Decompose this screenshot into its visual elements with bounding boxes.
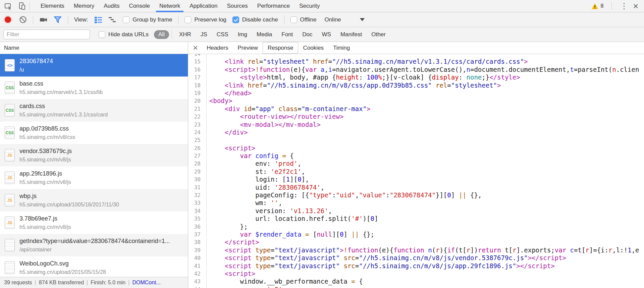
request-name: 2830678474 — [19, 58, 53, 65]
request-row[interactable]: CSSapp.0d739b85.cssh5.sinaimg.cn/m/v8/cs… — [0, 122, 188, 144]
details-tab-response[interactable]: Response — [263, 42, 299, 54]
code-line: 34 version: 'v1.13.26', — [188, 207, 644, 215]
tab-performance[interactable]: Performance — [253, 0, 294, 12]
file-icon-js: JS — [5, 194, 15, 206]
filter-funnel-icon[interactable] — [54, 16, 62, 23]
filter-pill-css[interactable]: CSS — [212, 30, 233, 39]
clear-network-log-button[interactable] — [19, 16, 27, 23]
request-row[interactable]: CSScards.cssh5.sinaimg.cn/marvel/v1.3.1/… — [0, 99, 188, 122]
details-tab-preview[interactable]: Preview — [233, 42, 262, 54]
warnings-badge[interactable]: 8 — [591, 3, 603, 9]
filter-pill-manifest[interactable]: Manifest — [336, 30, 366, 39]
tab-console[interactable]: Console — [124, 0, 155, 12]
tab-sources[interactable]: Sources — [222, 0, 252, 12]
checkbox-box[interactable] — [290, 16, 297, 23]
line-number: 38 — [188, 238, 204, 246]
request-path: h5.sinaimg.cn/m/v8/js — [19, 179, 71, 185]
tab-audits[interactable]: Audits — [99, 0, 124, 12]
code-line: 39 <script type="text/javascript">!funct… — [188, 246, 644, 254]
request-row[interactable]: <>2830678474/u — [0, 54, 188, 77]
request-row[interactable]: JSvendor.5387679c.jsh5.sinaimg.cn/m/v8/j… — [0, 144, 188, 166]
filter-pill-img[interactable]: Img — [233, 30, 252, 39]
filter-pill-all[interactable]: All — [154, 30, 169, 39]
code-line: 27 var config = { — [188, 152, 644, 160]
request-row-text: vendor.5387679c.jsh5.sinaimg.cn/m/v8/js — [19, 148, 72, 163]
filter-pill-doc[interactable]: Doc — [298, 30, 317, 39]
code-line: 41 <script type="text/javascript" src="/… — [188, 262, 644, 270]
checkbox-box[interactable] — [184, 16, 191, 23]
network-toolbar: View: Group by frame Preserve log — [0, 12, 644, 27]
code-line: 16 <script>!function(e){var a,i=navigato… — [188, 66, 644, 74]
tab-application[interactable]: Application — [185, 0, 222, 12]
network-summary-bar: 39 requests|874 KB transferred|Finish: 5… — [0, 277, 188, 288]
request-path: h5.sinaimg.cn/marvel/v1.3.1/css/card — [19, 112, 108, 118]
group-by-frame-checkbox[interactable]: Group by frame — [123, 16, 172, 23]
checkbox-box[interactable] — [123, 16, 129, 23]
file-icon-css: CSS — [5, 104, 15, 116]
request-row-text: app.29fc1896.jsh5.sinaimg.cn/m/v8/js — [19, 170, 71, 185]
resource-type-filters: AllXHRJSCSSImgMediaFontDocWSManifestOthe… — [154, 30, 390, 39]
throttling-select[interactable]: Online — [324, 16, 341, 23]
line-content: </div> — [204, 129, 248, 136]
tab-memory[interactable]: Memory — [69, 0, 99, 12]
file-icon-js: JS — [5, 172, 15, 184]
large-request-rows-icon[interactable] — [94, 16, 102, 23]
hide-data-urls-checkbox[interactable]: Hide data URLs — [99, 31, 149, 38]
line-content: env: 'prod', — [204, 160, 302, 167]
request-path: h5.sinaimg.cn/m/v8/js — [19, 157, 72, 163]
device-toolbar-icon[interactable] — [17, 2, 26, 10]
close-devtools-icon[interactable]: ✕ — [633, 3, 639, 10]
request-details-panel: × HeadersPreviewResponseCookiesTiming 14… — [188, 42, 644, 288]
filter-pill-other[interactable]: Other — [367, 30, 390, 39]
devtools-tabbar: ElementsMemoryAuditsConsoleNetworkApplic… — [0, 0, 644, 12]
filter-pill-font[interactable]: Font — [277, 30, 297, 39]
details-tab-headers[interactable]: Headers — [202, 42, 233, 54]
checkbox-box[interactable] — [232, 16, 239, 23]
camera-icon[interactable] — [39, 16, 48, 24]
inspect-element-icon[interactable] — [4, 2, 13, 10]
details-tab-cookies[interactable]: Cookies — [298, 42, 328, 54]
disable-cache-checkbox[interactable]: Disable cache — [232, 16, 278, 23]
divider: | — [128, 280, 129, 286]
close-details-icon[interactable]: × — [188, 42, 202, 54]
checkbox-box[interactable] — [99, 31, 105, 38]
filter-pill-media[interactable]: Media — [252, 30, 276, 39]
divider — [172, 31, 172, 39]
kebab-menu-icon[interactable]: ⋮ — [620, 2, 628, 10]
request-row[interactable]: WeiboLogoCh.svgh5.sinaimg.cn/upload/2015… — [0, 256, 188, 277]
line-number: 21 — [188, 105, 204, 113]
filter-pill-ws[interactable]: WS — [318, 30, 335, 39]
code-line: 43 window.__wb_performance_data = { — [188, 278, 644, 285]
details-tabbar: × HeadersPreviewResponseCookiesTiming — [188, 42, 644, 54]
name-column-header[interactable]: Name — [0, 42, 188, 54]
line-content — [204, 54, 209, 58]
request-row[interactable]: CSSbase.cssh5.sinaimg.cn/marvel/v1.3.1/c… — [0, 77, 188, 99]
preserve-log-checkbox[interactable]: Preserve log — [184, 16, 226, 23]
details-tab-timing[interactable]: Timing — [328, 42, 355, 54]
response-code-view[interactable]: 1415 <link rel="stylesheet" href="//h5.s… — [188, 54, 644, 288]
code-line: 15 <link rel="stylesheet" href="//h5.sin… — [188, 58, 644, 65]
line-content: <div id="app" class="m-container-max"> — [204, 105, 371, 113]
filter-pill-js[interactable]: JS — [196, 30, 212, 39]
request-row[interactable]: JS3.78b69ee7.jsh5.sinaimg.cn/m/v8/js — [0, 211, 188, 234]
record-network-log-button[interactable] — [5, 16, 11, 23]
request-row[interactable]: JSapp.29fc1896.jsh5.sinaimg.cn/m/v8/js — [0, 166, 188, 189]
line-number: 36 — [188, 223, 204, 231]
code-line: 18 <link href="//h5.sinaimg.cn/m/v8/css/… — [188, 82, 644, 89]
filter-input[interactable] — [3, 30, 90, 39]
summary-item: 874 KB transferred — [39, 280, 84, 286]
checkbox-label: Disable cache — [242, 16, 278, 23]
line-number: 14 — [188, 54, 204, 58]
tab-security[interactable]: Security — [294, 0, 324, 12]
offline-checkbox[interactable]: Offline — [290, 16, 317, 23]
code-line: 40 <script type="text/javascript" src="/… — [188, 254, 644, 262]
tab-elements[interactable]: Elements — [36, 0, 69, 12]
chevron-down-icon[interactable] — [360, 18, 365, 21]
code-line: 26 <script> — [188, 144, 644, 152]
line-content: <link href="//h5.sinaimg.cn/m/v8/css/app… — [204, 82, 501, 89]
overview-waterfall-icon[interactable] — [108, 16, 117, 23]
tab-network[interactable]: Network — [155, 0, 185, 12]
filter-pill-xhr[interactable]: XHR — [175, 30, 196, 39]
request-row[interactable]: JSwbp.jsh5.sinaimg.cn/upload/1005/16/201… — [0, 189, 188, 211]
request-row[interactable]: getIndex?type=uid&value=2830678474&conta… — [0, 234, 188, 256]
